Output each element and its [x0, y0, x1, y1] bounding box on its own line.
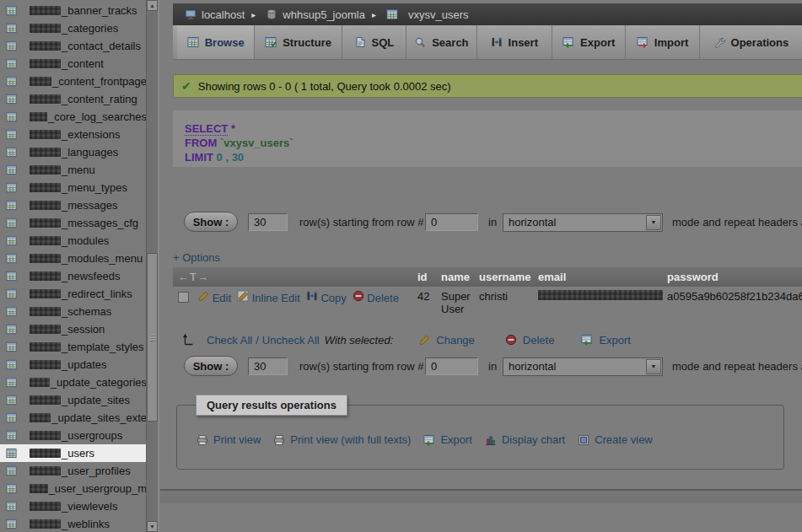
phpmyadmin-page: _banner_tracks _categories _contact_deta… — [0, 0, 802, 532]
sidebar-item-menu-types[interactable]: _menu_types — [0, 179, 147, 196]
column-header-id[interactable]: id — [412, 267, 436, 287]
display-chart-link[interactable]: Display chart — [502, 433, 565, 446]
sidebar-item-user-profiles[interactable]: _user_profiles — [0, 462, 147, 480]
tab-structure[interactable]: Structure — [255, 25, 342, 59]
show-button[interactable]: Show : — [184, 212, 238, 232]
breadcrumb-table[interactable]: vxysv_users — [408, 8, 469, 21]
delete-selected-link[interactable]: Delete — [523, 334, 555, 347]
printer-icon — [273, 434, 285, 446]
scrollbar-thumb[interactable] — [147, 253, 158, 422]
sidebar-item-menu[interactable]: _menu — [0, 161, 147, 179]
blurred-prefix — [30, 112, 47, 121]
sidebar-item-template-styles[interactable]: _template_styles — [0, 338, 147, 356]
copy-link[interactable]: Copy — [306, 290, 347, 304]
blurred-prefix — [30, 130, 61, 139]
sidebar-item-messages[interactable]: _messages — [0, 196, 147, 214]
tab-operations[interactable]: Operations — [700, 25, 802, 59]
rows-count-input[interactable] — [248, 357, 288, 375]
sidebar-item-updates[interactable]: _updates — [0, 356, 147, 373]
sidebar-item-contact-details[interactable]: _contact_details — [0, 37, 147, 55]
uncheck-all-link[interactable]: Uncheck All — [262, 334, 320, 347]
options-toggle[interactable]: + Options — [173, 251, 220, 264]
with-selected-bar: Check All / Uncheck All With selected: C… — [173, 329, 802, 351]
sidebar-scrollbar[interactable]: ▲ ▼ — [146, 0, 158, 532]
scroll-down-icon[interactable]: ▼ — [147, 521, 158, 532]
table-icon — [6, 182, 17, 193]
sidebar-item-content[interactable]: _content — [0, 55, 147, 73]
sidebar-item-schemas[interactable]: _schemas — [0, 303, 147, 320]
sidebar-item-viewlevels[interactable]: _viewlevels — [0, 497, 147, 515]
mode-select[interactable]: horizontal ▼ — [503, 213, 663, 232]
inline-edit-link[interactable]: Inline Edit — [237, 290, 300, 304]
create-view-link[interactable]: Create view — [595, 433, 653, 446]
change-link[interactable]: Change — [436, 334, 475, 347]
transpose-icon[interactable]: ←T→ — [178, 271, 209, 283]
edit-link[interactable]: Edit — [197, 290, 231, 304]
sidebar-item-weblinks[interactable]: _weblinks — [0, 515, 147, 532]
rows-count-input[interactable] — [248, 213, 288, 231]
table-icon — [6, 483, 17, 494]
start-row-input[interactable] — [425, 213, 478, 231]
check-all-link[interactable]: Check All — [207, 334, 252, 347]
sidebar-item-extensions[interactable]: _extensions — [0, 126, 147, 143]
sidebar-item-redirect-links[interactable]: _redirect_links — [0, 285, 147, 303]
sidebar-item-content-frontpage[interactable]: _content_frontpage — [0, 73, 147, 90]
scroll-up-icon[interactable]: ▲ — [147, 0, 158, 11]
sidebar-item-modules-menu[interactable]: _modules_menu — [0, 250, 147, 267]
select-arrow-icon[interactable]: ▼ — [646, 359, 661, 374]
printer-icon — [196, 434, 208, 446]
tab-insert[interactable]: Insert — [477, 25, 552, 59]
blurred-prefix — [30, 59, 61, 68]
blurred-prefix — [30, 431, 61, 440]
table-list-sidebar: _banner_tracks _categories _contact_deta… — [0, 0, 158, 532]
row-checkbox[interactable] — [178, 292, 189, 303]
sidebar-item-update-sites-extensions[interactable]: _update_sites_exte — [0, 409, 147, 427]
tab-browse[interactable]: Browse — [177, 25, 255, 59]
sidebar-item-categories[interactable]: _categories — [0, 19, 147, 37]
tab-export[interactable]: Export — [552, 25, 626, 59]
pager-top: Show : row(s) starting from row # in hor… — [173, 211, 802, 236]
sidebar-item-banner-tracks[interactable]: _banner_tracks — [0, 2, 147, 19]
sidebar-item-languages[interactable]: _languages — [0, 143, 147, 161]
column-header-username[interactable]: username — [474, 267, 533, 287]
print-view-full-link[interactable]: Print view (with full texts) — [290, 433, 411, 446]
table-icon — [6, 271, 17, 282]
table-icon — [6, 5, 17, 16]
tab-search[interactable]: Search — [406, 25, 476, 59]
column-header-name[interactable]: name — [436, 267, 474, 287]
table-icon — [6, 465, 17, 476]
rows-label: row(s) starting from row # — [299, 216, 423, 228]
sidebar-item-content-rating[interactable]: _content_rating — [0, 90, 147, 108]
print-view-link[interactable]: Print view — [213, 433, 261, 446]
sidebar-item-user-usergroup-map[interactable]: _user_usergroup_m — [0, 480, 147, 497]
show-button[interactable]: Show : — [184, 356, 238, 376]
column-header-email[interactable]: email — [533, 267, 662, 287]
sidebar-item-update-categories[interactable]: _update_categories — [0, 373, 147, 391]
blurred-prefix — [30, 236, 61, 245]
export-selected-link[interactable]: Export — [599, 334, 631, 347]
sidebar-item-core-log-searches[interactable]: _core_log_searches — [0, 108, 147, 126]
sidebar-item-modules[interactable]: _modules — [0, 232, 147, 250]
breadcrumb-server[interactable]: localhost — [202, 8, 245, 21]
sidebar-item-session[interactable]: _session — [0, 320, 147, 338]
sidebar-item-update-sites[interactable]: _update_sites — [0, 391, 147, 409]
delete-link[interactable]: Delete — [353, 290, 399, 304]
tab-sql[interactable]: SQL — [342, 25, 406, 59]
sidebar-item-messages-cfg[interactable]: _messages_cfg — [0, 214, 147, 232]
export-results-link[interactable]: Export — [440, 433, 472, 446]
breadcrumb-database[interactable]: whhsup5_joomla — [283, 8, 365, 21]
start-row-input[interactable] — [425, 357, 478, 375]
table-icon — [6, 448, 17, 459]
sidebar-item-users-selected[interactable]: _users — [0, 444, 147, 462]
sidebar-item-usergroups[interactable]: _usergroups — [0, 427, 147, 444]
select-arrow-icon[interactable]: ▼ — [646, 215, 661, 230]
database-icon — [266, 8, 277, 20]
sidebar-item-newsfeeds[interactable]: _newsfeeds — [0, 267, 147, 285]
wrench-icon — [713, 36, 725, 48]
status-message: ✔ Showing rows 0 - 0 ( 1 total, Query to… — [173, 74, 802, 98]
breadcrumb-separator-icon: ▸ — [372, 10, 376, 19]
mode-select[interactable]: horizontal ▼ — [503, 357, 663, 376]
tab-import[interactable]: Import — [626, 25, 699, 59]
pager-bottom: Show : row(s) starting from row # in hor… — [173, 355, 802, 380]
column-header-password[interactable]: password — [662, 267, 802, 287]
